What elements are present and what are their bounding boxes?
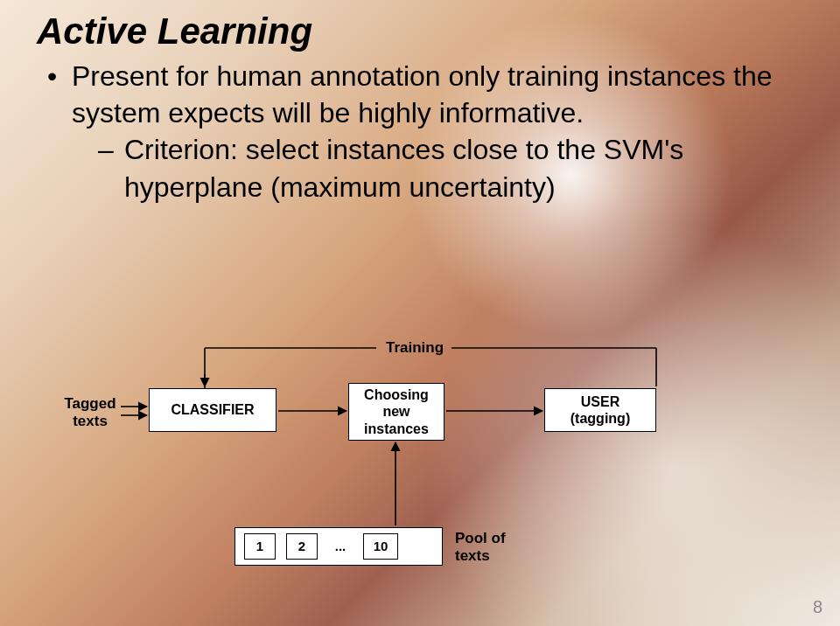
pool-ellipsis: ...: [328, 539, 353, 554]
pool-item: 2: [286, 533, 318, 560]
choosing-text: Choosing new instances: [364, 386, 429, 437]
classifier-text: CLASSIFIER: [171, 401, 254, 418]
pool-label: Pool of texts: [455, 530, 525, 565]
training-label: Training: [380, 339, 450, 357]
diagram: Training Tagged texts CLASSIFIER Choosin…: [0, 339, 840, 584]
slide-title: Active Learning: [37, 10, 803, 52]
bullet-main-text: Present for human annotation only traini…: [72, 60, 773, 129]
bullet-sub: Criterion: select instances close to the…: [98, 131, 803, 205]
page-number: 8: [813, 597, 822, 617]
bullet-main: Present for human annotation only traini…: [46, 58, 803, 205]
pool-item-1: 1: [256, 539, 263, 554]
pool-item: 1: [244, 533, 276, 560]
classifier-box: CLASSIFIER: [149, 388, 276, 432]
tagged-texts-label: Tagged texts: [60, 395, 121, 430]
pool-item: 10: [363, 533, 398, 560]
choosing-box: Choosing new instances: [348, 383, 444, 441]
pool-container: 1 2 ... 10: [234, 527, 443, 566]
bullet-sub-text: Criterion: select instances close to the…: [124, 134, 683, 202]
pool-item-2: 2: [298, 539, 305, 554]
user-box: USER (tagging): [544, 388, 656, 432]
user-text: USER (tagging): [570, 393, 630, 427]
pool-item-10: 10: [374, 539, 388, 554]
